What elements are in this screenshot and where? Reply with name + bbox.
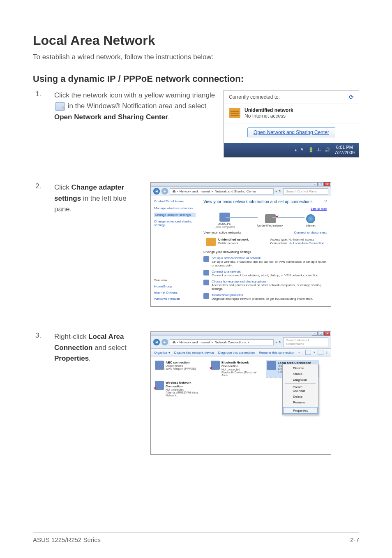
more-button[interactable]: » xyxy=(298,351,300,354)
internet-options-link[interactable]: Internet Options xyxy=(154,291,196,294)
step-number: 3. xyxy=(33,331,46,340)
connection-icon: ✕ xyxy=(211,361,220,370)
network-tray-icon[interactable]: 🖧 xyxy=(316,147,322,153)
connection-wireless[interactable]: ✕ Wireless Network ConnectionNot connect… xyxy=(154,380,208,398)
volume-icon[interactable]: 🔊 xyxy=(325,147,330,153)
troubleshoot-link[interactable]: Troubleshoot problemsDiagnose and repair… xyxy=(203,293,327,301)
search-input[interactable]: Search Network Connections xyxy=(283,337,328,347)
change-advanced-sharing-link[interactable]: Change advanced sharing settings xyxy=(154,220,196,227)
menu-create-shortcut[interactable]: Create Shortcut xyxy=(284,384,317,394)
footer-product: ASUS 1225/R252 Series xyxy=(33,536,101,543)
system-tray: ▲ ⚑ 🔋 🖧 🔊 6:01 PM 7/27/2009 xyxy=(224,143,359,157)
page-title: Local Area Network xyxy=(33,33,359,48)
network-flyout-screenshot: Currently connected to: ⟳ Unidentified n… xyxy=(224,90,359,157)
help-icon[interactable]: ? xyxy=(326,351,327,354)
menu-status[interactable]: Status xyxy=(284,371,317,377)
page-footer: ASUS 1225/R252 Series 2-7 xyxy=(33,533,359,543)
local-area-connection-link[interactable]: Local Area Connection xyxy=(293,241,324,245)
forward-button[interactable]: ► xyxy=(161,188,168,194)
organize-menu[interactable]: Organize ▾ xyxy=(154,351,170,354)
menu-properties[interactable]: Properties xyxy=(283,407,318,414)
step-3-text: Right-click Local Area Connection and se… xyxy=(54,331,145,364)
tray-arrow-icon[interactable]: ▲ xyxy=(294,148,297,152)
chevron-right-icon: ▸ xyxy=(212,340,213,344)
toolbar: Organize ▾ Disable this network device D… xyxy=(151,349,331,357)
bench-icon xyxy=(229,108,240,118)
chevron-right-icon: ▸ xyxy=(248,340,249,344)
flyout-network-status: No Internet access xyxy=(244,113,286,119)
menu-disable[interactable]: Disable xyxy=(284,365,317,371)
connection-bluetooth[interactable]: ✕ Bluetooth Network ConnectionNot connec… xyxy=(210,360,263,377)
minimize-button[interactable]: – xyxy=(312,182,318,186)
diagnose-button[interactable]: Diagnose this connection xyxy=(218,351,255,354)
network-warning-icon xyxy=(55,102,65,111)
maximize-button[interactable]: ▢ xyxy=(318,331,324,336)
footer-page-number: 2-7 xyxy=(350,536,359,543)
manage-wireless-link[interactable]: Manage wireless networks xyxy=(154,206,196,210)
flag-icon[interactable]: ⚑ xyxy=(300,147,306,153)
context-menu: Disable Status Diagnose Create Shortcut … xyxy=(282,364,318,415)
connect-network-link[interactable]: Connect to a networkConnect or reconnect… xyxy=(203,270,327,277)
homegroup-link[interactable]: HomeGroup xyxy=(154,285,196,288)
breadcrumb[interactable]: 🖧 « Network and Internet ▸ Network Conne… xyxy=(170,339,274,345)
network-sharing-center-screenshot: – ▢ ✕ ◄ ► 🖧 « Network and Internet ▸ Net… xyxy=(150,182,331,307)
rename-button[interactable]: Rename this connection xyxy=(259,351,294,354)
main-pane: View your basic network information and … xyxy=(199,196,331,306)
step-number: 2. xyxy=(33,182,46,190)
minimize-button[interactable]: – xyxy=(312,331,318,336)
power-icon[interactable]: 🔋 xyxy=(308,147,314,153)
menu-separator xyxy=(285,383,316,384)
close-button[interactable]: ✕ xyxy=(324,182,330,186)
change-adapter-settings-link[interactable]: Change adapter settings xyxy=(154,213,196,217)
step-number: 1. xyxy=(33,90,46,98)
homegroup-options-link[interactable]: Choose homegroup and sharing optionsAcce… xyxy=(203,280,327,291)
see-full-map-link[interactable]: See full map xyxy=(311,207,327,210)
change-settings-header: Change your networking settings xyxy=(203,250,251,254)
help-icon[interactable]: ? xyxy=(324,199,327,204)
forward-button[interactable]: ► xyxy=(161,339,168,345)
preview-icon[interactable] xyxy=(318,350,323,355)
connection-icon xyxy=(203,256,209,262)
troubleshoot-icon xyxy=(203,293,209,299)
rename-icon xyxy=(287,400,291,404)
close-button[interactable]: ✕ xyxy=(324,331,330,336)
menu-delete[interactable]: Delete xyxy=(284,394,317,399)
control-panel-home-link[interactable]: Control Panel Home xyxy=(154,199,196,203)
back-button[interactable]: ◄ xyxy=(153,339,160,345)
network-icon: 🖧 xyxy=(173,190,176,193)
window-titlebar: – ▢ ✕ xyxy=(151,183,331,187)
tray-clock[interactable]: 6:01 PM 7/27/2009 xyxy=(334,145,355,155)
connection-icon: ⚠ xyxy=(155,361,164,370)
section-subtitle: Using a dynamic IP / PPPoE network conne… xyxy=(33,74,359,84)
network-icon: 🖧 xyxy=(173,340,176,344)
setup-connection-link[interactable]: Set up a new connection or networkSet up… xyxy=(203,256,327,267)
open-network-sharing-link[interactable]: Open Network and Sharing Center xyxy=(247,127,335,137)
connection-abc[interactable]: ⚠ ABC connectionDisconnectedWAN Miniport… xyxy=(154,360,208,377)
map-node-unidentified: Unidentified network xyxy=(257,214,283,227)
back-button[interactable]: ◄ xyxy=(153,188,160,194)
view-icon[interactable] xyxy=(305,350,311,355)
menu-diagnose[interactable]: Diagnose xyxy=(284,377,317,382)
connect-disconnect-link[interactable]: Connect or disconnect xyxy=(294,231,327,234)
window-titlebar: – ▢ ✕ xyxy=(151,332,331,336)
maximize-button[interactable]: ▢ xyxy=(318,182,324,186)
menu-rename[interactable]: Rename xyxy=(284,399,317,405)
step-1-text: Click the network icon with a yellow war… xyxy=(54,90,218,123)
windows-firewall-link[interactable]: Windows Firewall xyxy=(154,297,196,301)
left-pane: Control Panel Home Manage wireless netwo… xyxy=(151,196,199,306)
connect-icon xyxy=(203,270,209,276)
address-bar-row: ◄ ► 🖧 « Network and Internet ▸ Network C… xyxy=(151,336,331,349)
active-networks-header: View your active networks xyxy=(203,231,241,234)
search-input[interactable]: Search Control Panel xyxy=(283,188,328,194)
step-1: 1. Click the network icon with a yellow … xyxy=(33,90,359,157)
map-node-pc: ASUS-PC (This computer) xyxy=(214,213,235,228)
refresh-icon[interactable]: ⟳ xyxy=(349,94,354,100)
intro-text: To establish a wired network, follow the… xyxy=(33,53,359,61)
see-also-label: See also xyxy=(154,278,196,282)
network-node-icon xyxy=(265,214,276,223)
disable-device-button[interactable]: Disable this network device xyxy=(174,351,214,354)
breadcrumb[interactable]: 🖧 « Network and Internet ▸ Network and S… xyxy=(170,188,274,194)
lan-icon: 🖧 xyxy=(289,241,292,245)
homegroup-icon xyxy=(203,280,209,285)
properties-icon xyxy=(287,408,291,412)
